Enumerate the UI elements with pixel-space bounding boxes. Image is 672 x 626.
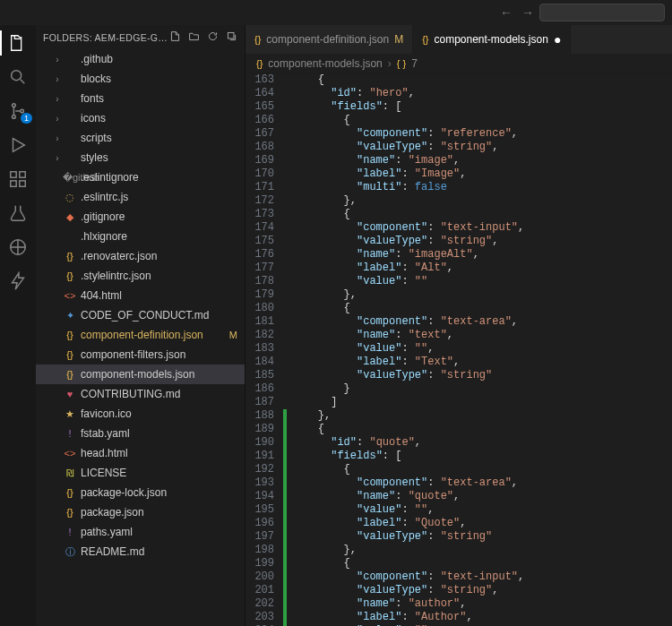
explorer-icon[interactable]	[7, 32, 29, 54]
code-line[interactable]: 197 "valueType": "string"	[246, 530, 672, 544]
command-center-search[interactable]	[539, 4, 665, 21]
run-debug-icon[interactable]	[7, 134, 29, 156]
code-line[interactable]: 170 "label": "Image",	[246, 167, 672, 181]
nav-back-icon[interactable]: ←	[500, 5, 513, 20]
refresh-icon[interactable]	[207, 30, 219, 44]
search-icon[interactable]	[7, 66, 29, 88]
tree-folder[interactable]: ›scripts	[36, 128, 245, 148]
line-content[interactable]: "name": "image",	[287, 154, 460, 167]
code-line[interactable]: 184 "label": "Text",	[246, 356, 672, 369]
tree-file[interactable]: !paths.yaml	[36, 522, 245, 542]
tree-file[interactable]: ♥CONTRIBUTING.md	[36, 384, 245, 404]
tree-file[interactable]: <>head.html	[36, 443, 245, 463]
line-content[interactable]: "value": ""	[287, 275, 427, 288]
code-line[interactable]: 201 "valueType": "string",	[246, 584, 672, 597]
line-content[interactable]: "valueType": "string"	[287, 369, 492, 382]
line-content[interactable]: "value": "",	[287, 342, 434, 356]
line-content[interactable]: "id": "hero",	[287, 87, 415, 100]
tree-file[interactable]: {}package.json	[36, 502, 245, 522]
editor-tab[interactable]: {}component-models.json●	[413, 25, 571, 54]
code-line[interactable]: 199 {	[246, 557, 672, 570]
thunder-icon[interactable]	[7, 270, 29, 292]
code-line[interactable]: 190 "id": "quote",	[246, 436, 672, 450]
code-line[interactable]: 183 "value": "",	[246, 342, 672, 356]
code-line[interactable]: 167 "component": "reference",	[246, 127, 672, 141]
tree-file[interactable]: {}component-filters.json	[36, 345, 245, 364]
code-line[interactable]: 168 "valueType": "string",	[246, 141, 672, 154]
code-line[interactable]: 196 "label": "Quote",	[246, 517, 672, 530]
collapse-all-icon[interactable]	[226, 30, 237, 44]
line-content[interactable]: {	[287, 302, 350, 315]
line-content[interactable]: "label": "Author",	[287, 611, 473, 624]
code-line[interactable]: 191 "fields": [	[246, 450, 672, 463]
tree-folder[interactable]: ›icons	[36, 108, 245, 128]
testing-icon[interactable]	[7, 202, 29, 224]
line-content[interactable]: {	[287, 114, 350, 127]
tree-file[interactable]: {}.stylelintrc.json	[36, 266, 245, 286]
tree-file[interactable]: {}component-models.json	[36, 364, 245, 384]
code-line[interactable]: 203 "label": "Author",	[246, 611, 672, 624]
line-content[interactable]: {	[287, 73, 324, 87]
tree-folder[interactable]: ›blocks	[36, 69, 245, 89]
line-content[interactable]: "valueType": "string",	[287, 141, 498, 154]
code-line[interactable]: 202 "name": "author",	[246, 597, 672, 611]
line-content[interactable]: "fields": [	[287, 100, 401, 114]
code-line[interactable]: 185 "valueType": "string"	[246, 369, 672, 382]
editor-tab[interactable]: {}component-definition.jsonM	[246, 25, 413, 54]
code-line[interactable]: 169 "name": "image",	[246, 154, 672, 167]
line-content[interactable]: "name": "quote",	[287, 490, 460, 503]
code-line[interactable]: 175 "valueType": "string",	[246, 235, 672, 248]
line-content[interactable]: ]	[287, 396, 337, 409]
line-content[interactable]: {	[287, 557, 350, 570]
line-content[interactable]: "component": "text-input",	[287, 570, 524, 584]
code-line[interactable]: 173 {	[246, 208, 672, 221]
code-line[interactable]: 177 "label": "Alt",	[246, 262, 672, 275]
code-line[interactable]: 200 "component": "text-input",	[246, 570, 672, 584]
breadcrumbs[interactable]: {} component-models.json › { } 7	[246, 54, 672, 73]
code-line[interactable]: 188 },	[246, 409, 672, 423]
line-content[interactable]: "component": "text-area",	[287, 315, 518, 329]
line-content[interactable]: "id": "quote",	[287, 436, 421, 450]
tree-file[interactable]: �github.eslintignore	[36, 167, 245, 187]
tree-file[interactable]: ⓘREADME.md	[36, 542, 245, 562]
nav-forward-icon[interactable]: →	[521, 5, 534, 20]
code-line[interactable]: 189 {	[246, 423, 672, 436]
new-folder-icon[interactable]	[188, 30, 200, 44]
line-content[interactable]: "multi": false	[287, 181, 447, 194]
line-content[interactable]: "valueType": "string",	[287, 584, 498, 597]
code-line[interactable]: 187 ]	[246, 396, 672, 409]
code-line[interactable]: 186 }	[246, 382, 672, 396]
code-line[interactable]: 182 "name": "text",	[246, 329, 672, 342]
code-line[interactable]: 194 "name": "quote",	[246, 490, 672, 503]
line-content[interactable]: {	[287, 208, 350, 221]
line-content[interactable]: },	[287, 194, 357, 208]
tree-file[interactable]: ✦CODE_OF_CONDUCT.md	[36, 305, 245, 325]
source-control-icon[interactable]: 1	[7, 100, 29, 122]
code-line[interactable]: 174 "component": "text-input",	[246, 221, 672, 235]
tree-folder[interactable]: ›styles	[36, 148, 245, 167]
line-content[interactable]: "component": "text-input",	[287, 221, 524, 235]
tree-file[interactable]: ◆.gitignore	[36, 207, 245, 227]
remote-icon[interactable]	[7, 236, 29, 258]
code-line[interactable]: 166 {	[246, 114, 672, 127]
tree-folder[interactable]: ›fonts	[36, 89, 245, 108]
line-content[interactable]: "label": "Image",	[287, 167, 466, 181]
code-line[interactable]: 195 "value": "",	[246, 503, 672, 517]
tree-file[interactable]: {}.renovaterc.json	[36, 246, 245, 266]
line-content[interactable]: "label": "Text",	[287, 356, 460, 369]
tree-folder[interactable]: ›.github	[36, 49, 245, 69]
code-line[interactable]: 164 "id": "hero",	[246, 87, 672, 100]
code-line[interactable]: 192 {	[246, 463, 672, 476]
code-line[interactable]: 180 {	[246, 302, 672, 315]
line-content[interactable]: "name": "author",	[287, 597, 466, 611]
line-content[interactable]: }	[287, 382, 350, 396]
tree-file[interactable]: ★favicon.ico	[36, 404, 245, 424]
line-content[interactable]: "name": "text",	[287, 329, 453, 342]
file-tree[interactable]: ›.github›blocks›fonts›icons›scripts›styl…	[36, 49, 245, 626]
code-line[interactable]: 171 "multi": false	[246, 181, 672, 194]
code-line[interactable]: 176 "name": "imageAlt",	[246, 248, 672, 262]
line-content[interactable]: "value": "",	[287, 503, 434, 517]
line-content[interactable]: },	[287, 409, 331, 423]
breadcrumb-file[interactable]: component-models.json	[268, 57, 382, 70]
code-line[interactable]: 178 "value": ""	[246, 275, 672, 288]
